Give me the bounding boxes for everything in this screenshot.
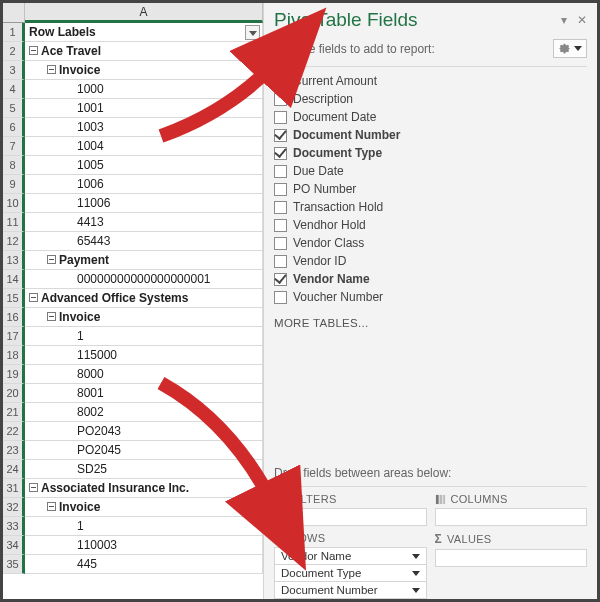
row-header[interactable]: 32 [3,498,25,517]
row-header[interactable]: 24 [3,460,25,479]
row-header[interactable]: 33 [3,517,25,536]
field-item[interactable]: Transaction Hold [274,199,587,215]
row-header[interactable]: 6 [3,118,25,137]
cell[interactable]: 1001 [25,99,263,118]
cell[interactable]: Invoice [25,308,263,327]
field-checkbox[interactable] [274,291,287,304]
row-header[interactable]: 7 [3,137,25,156]
row-header[interactable]: 11 [3,213,25,232]
rows-area-item[interactable]: Document Number [274,582,427,599]
row-header[interactable]: 23 [3,441,25,460]
cell[interactable]: 1000 [25,80,263,99]
row-header[interactable]: 19 [3,365,25,384]
cell[interactable]: Associated Insurance Inc. [25,479,263,498]
column-header-A[interactable]: A [25,3,263,23]
field-checkbox[interactable] [274,111,287,124]
collapse-icon[interactable] [47,502,56,511]
cell[interactable]: Row Labels [25,23,263,42]
cell[interactable]: 445 [25,555,263,574]
cell[interactable]: Ace Travel [25,42,263,61]
row-header[interactable]: 2 [3,42,25,61]
field-item[interactable]: Due Date [274,163,587,179]
cell[interactable]: 1006 [25,175,263,194]
cell[interactable]: PO2043 [25,422,263,441]
row-header[interactable]: 34 [3,536,25,555]
cell[interactable]: 11006 [25,194,263,213]
chevron-down-icon[interactable] [412,571,420,576]
field-checkbox[interactable] [274,273,287,286]
row-header[interactable]: 9 [3,175,25,194]
cell[interactable]: 00000000000000000001 [25,270,263,289]
field-checkbox[interactable] [274,93,287,106]
columns-drop-zone[interactable] [435,508,588,526]
cell[interactable]: SD25 [25,460,263,479]
cell[interactable]: Payment [25,251,263,270]
cell[interactable]: 4413 [25,213,263,232]
chevron-down-icon[interactable] [412,554,420,559]
row-header[interactable]: 4 [3,80,25,99]
field-item[interactable]: Vendor ID [274,253,587,269]
row-header[interactable]: 8 [3,156,25,175]
cell[interactable]: Invoice [25,498,263,517]
row-header[interactable]: 20 [3,384,25,403]
cell[interactable]: 8000 [25,365,263,384]
field-item[interactable]: Document Number [274,127,587,143]
row-header[interactable]: 31 [3,479,25,498]
field-item[interactable]: Vendor Class [274,235,587,251]
field-item[interactable]: Description [274,91,587,107]
cell[interactable]: 1 [25,517,263,536]
rows-area-item[interactable]: Vendor Name [274,547,427,565]
collapse-icon[interactable] [47,255,56,264]
collapse-icon[interactable] [29,46,38,55]
row-header[interactable]: 16 [3,308,25,327]
filters-drop-zone[interactable] [274,508,427,526]
cell[interactable]: 1 [25,327,263,346]
collapse-icon[interactable] [29,483,38,492]
minimize-icon[interactable]: ▾ [561,13,567,27]
cell[interactable]: 65443 [25,232,263,251]
row-header[interactable]: 35 [3,555,25,574]
row-header[interactable]: 13 [3,251,25,270]
row-header[interactable]: 3 [3,61,25,80]
cell[interactable]: 1003 [25,118,263,137]
cell[interactable]: 115000 [25,346,263,365]
field-item[interactable]: Current Amount [274,73,587,89]
cell[interactable]: PO2045 [25,441,263,460]
field-checkbox[interactable] [274,75,287,88]
row-header[interactable]: 12 [3,232,25,251]
row-header[interactable]: 1 [3,23,25,42]
row-header[interactable]: 10 [3,194,25,213]
rows-area[interactable]: ROWS Vendor NameDocument TypeDocument Nu… [274,532,427,599]
field-checkbox[interactable] [274,201,287,214]
field-item[interactable]: PO Number [274,181,587,197]
cell[interactable]: 8001 [25,384,263,403]
cell[interactable]: Invoice [25,61,263,80]
chevron-down-icon[interactable] [412,588,420,593]
more-tables-link[interactable]: MORE TABLES... [274,317,587,329]
cell[interactable]: 1004 [25,137,263,156]
collapse-icon[interactable] [47,65,56,74]
cell[interactable]: 1005 [25,156,263,175]
row-labels-filter-button[interactable] [245,25,260,40]
field-item[interactable]: Document Date [274,109,587,125]
field-checkbox[interactable] [274,219,287,232]
field-checkbox[interactable] [274,147,287,160]
collapse-icon[interactable] [29,293,38,302]
field-item[interactable]: Vendhor Hold [274,217,587,233]
field-item[interactable]: Vendor Name [274,271,587,287]
close-icon[interactable]: ✕ [577,13,587,27]
values-drop-zone[interactable] [435,549,588,567]
field-checkbox[interactable] [274,183,287,196]
field-checkbox[interactable] [274,255,287,268]
row-header[interactable]: 15 [3,289,25,308]
row-header[interactable]: 17 [3,327,25,346]
rows-area-item[interactable]: Document Type [274,565,427,582]
values-area[interactable]: Σ VALUES [435,532,588,599]
row-header[interactable]: 18 [3,346,25,365]
cell[interactable]: 8002 [25,403,263,422]
row-header[interactable]: 22 [3,422,25,441]
row-header[interactable]: 14 [3,270,25,289]
field-checkbox[interactable] [274,237,287,250]
filters-area[interactable]: FILTERS [274,493,427,526]
row-header[interactable]: 21 [3,403,25,422]
